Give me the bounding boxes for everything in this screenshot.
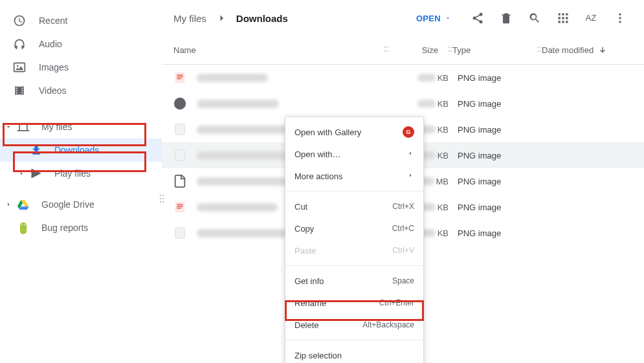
sidebar-item-label: Recent bbox=[39, 16, 67, 26]
svg-point-13 bbox=[619, 17, 621, 19]
sidebar-item-my-files[interactable]: My files bbox=[0, 115, 162, 138]
menu-item-cut[interactable]: CutCtrl+X bbox=[285, 195, 423, 217]
file-type-icon bbox=[172, 173, 188, 189]
play-icon bbox=[30, 167, 43, 180]
trash-icon[interactable] bbox=[499, 11, 513, 25]
menu-shortcut: Ctrl+Enter bbox=[379, 298, 414, 307]
headphones-icon bbox=[13, 38, 26, 50]
image-icon bbox=[13, 61, 26, 74]
sidebar-item-videos[interactable]: Videos bbox=[0, 79, 162, 102]
file-name-blurred bbox=[197, 100, 279, 108]
svg-point-0 bbox=[21, 225, 23, 226]
menu-divider bbox=[285, 191, 423, 192]
menu-item-zip-selection[interactable]: Zip selection bbox=[285, 344, 423, 363]
column-header-size[interactable]: Size bbox=[422, 45, 438, 55]
more-vertical-icon[interactable] bbox=[613, 11, 627, 25]
column-resize-icon[interactable] bbox=[537, 45, 542, 56]
menu-shortcut: Space bbox=[392, 276, 414, 285]
menu-shortcut: Ctrl+C bbox=[392, 224, 414, 233]
sidebar-item-google-drive[interactable]: Google Drive bbox=[0, 193, 162, 216]
file-name-blurred bbox=[197, 74, 268, 82]
cell-type: PNG image bbox=[458, 73, 542, 83]
menu-item-paste: PasteCtrl+V bbox=[285, 239, 423, 261]
menu-item-label: Zip selection bbox=[294, 351, 342, 360]
menu-item-label: Rename bbox=[294, 298, 326, 308]
cell-type: PNG image bbox=[458, 99, 542, 109]
svg-point-25 bbox=[537, 50, 539, 52]
open-button-label: OPEN bbox=[416, 14, 441, 23]
menu-item-label: Get info bbox=[294, 276, 324, 286]
sidebar-item-label: Videos bbox=[39, 85, 67, 96]
column-resize-icon[interactable] bbox=[447, 45, 452, 56]
svg-point-4 bbox=[160, 198, 161, 199]
svg-rect-29 bbox=[177, 76, 183, 77]
file-type-icon bbox=[172, 225, 188, 241]
cell-type: PNG image bbox=[458, 203, 542, 212]
menu-item-more-actions[interactable]: More actions bbox=[285, 165, 423, 187]
share-icon[interactable] bbox=[471, 11, 485, 25]
menu-item-label: Open with… bbox=[294, 149, 341, 159]
sidebar-item-label: My files bbox=[41, 122, 72, 132]
column-header-type[interactable]: Type bbox=[452, 45, 471, 55]
svg-rect-28 bbox=[177, 74, 183, 75]
file-type-icon bbox=[172, 148, 188, 163]
file-type-icon bbox=[172, 199, 188, 215]
sidebar-item-play-files[interactable]: Play files bbox=[0, 162, 162, 185]
menu-shortcut: Alt+Backspace bbox=[362, 320, 414, 329]
resize-handle-icon[interactable] bbox=[159, 194, 164, 205]
table-row[interactable]: KBPNG image bbox=[162, 91, 644, 116]
cell-type: PNG image bbox=[458, 125, 542, 135]
caret-right-icon bbox=[4, 201, 13, 208]
sidebar: Recent Audio Images Videos My files Down… bbox=[0, 0, 162, 363]
svg-point-18 bbox=[387, 50, 388, 52]
table-row[interactable]: KBPNG image bbox=[162, 65, 644, 91]
sidebar-item-label: Audio bbox=[39, 39, 62, 49]
menu-item-open-with-gallery[interactable]: Open with GalleryG bbox=[285, 121, 423, 143]
svg-rect-32 bbox=[175, 124, 185, 135]
menu-item-label: Cut bbox=[294, 202, 307, 212]
arrow-down-icon bbox=[597, 45, 608, 56]
bug-icon bbox=[17, 221, 30, 234]
sidebar-item-images[interactable]: Images bbox=[0, 56, 162, 79]
column-header-name[interactable]: Name bbox=[173, 45, 196, 55]
column-resize-icon[interactable] bbox=[384, 45, 389, 56]
file-name-blurred bbox=[197, 203, 278, 212]
sidebar-item-downloads[interactable]: Downloads bbox=[0, 138, 162, 162]
column-header-date[interactable]: Date modified bbox=[542, 45, 594, 55]
cell-size: KB bbox=[399, 99, 458, 109]
gallery-badge-icon: G bbox=[403, 126, 414, 138]
breadcrumb-parent[interactable]: My files bbox=[173, 13, 206, 24]
menu-item-rename[interactable]: RenameCtrl+Enter bbox=[285, 292, 423, 314]
menu-item-delete[interactable]: DeleteAlt+Backspace bbox=[285, 314, 423, 336]
search-icon[interactable] bbox=[527, 11, 542, 25]
svg-point-12 bbox=[619, 14, 621, 16]
sidebar-item-recent[interactable]: Recent bbox=[0, 9, 162, 32]
clock-icon bbox=[13, 14, 26, 27]
menu-item-copy[interactable]: CopyCtrl+C bbox=[285, 217, 423, 239]
menu-item-get-info[interactable]: Get infoSpace bbox=[285, 270, 423, 292]
drive-icon bbox=[17, 198, 30, 211]
caret-down-icon bbox=[445, 15, 451, 21]
svg-point-9 bbox=[473, 17, 476, 20]
svg-point-3 bbox=[162, 195, 164, 196]
sidebar-item-audio[interactable]: Audio bbox=[0, 32, 162, 56]
sidebar-item-label: Play files bbox=[54, 168, 91, 179]
menu-item-open-with[interactable]: Open with… bbox=[285, 143, 423, 165]
menu-item-label: Open with Gallery bbox=[294, 127, 361, 137]
video-icon bbox=[13, 84, 26, 97]
view-grid-icon[interactable] bbox=[556, 11, 570, 25]
open-button[interactable]: OPEN bbox=[416, 14, 451, 23]
svg-point-14 bbox=[619, 21, 621, 23]
toolbar: OPEN AZ bbox=[416, 11, 627, 25]
context-menu: Open with GalleryGOpen with…More actions… bbox=[285, 116, 424, 363]
menu-shortcut: Ctrl+X bbox=[392, 202, 414, 211]
menu-item-label: More actions bbox=[294, 171, 342, 181]
sidebar-item-bug-reports[interactable]: Bug reports bbox=[0, 216, 162, 239]
sidebar-item-label: Bug reports bbox=[41, 223, 88, 233]
sort-az-icon[interactable]: AZ bbox=[584, 11, 599, 25]
svg-rect-33 bbox=[175, 150, 185, 161]
svg-point-31 bbox=[174, 98, 186, 109]
menu-divider bbox=[285, 340, 423, 340]
chevron-right-icon bbox=[216, 12, 227, 24]
svg-text:AZ: AZ bbox=[586, 13, 597, 23]
